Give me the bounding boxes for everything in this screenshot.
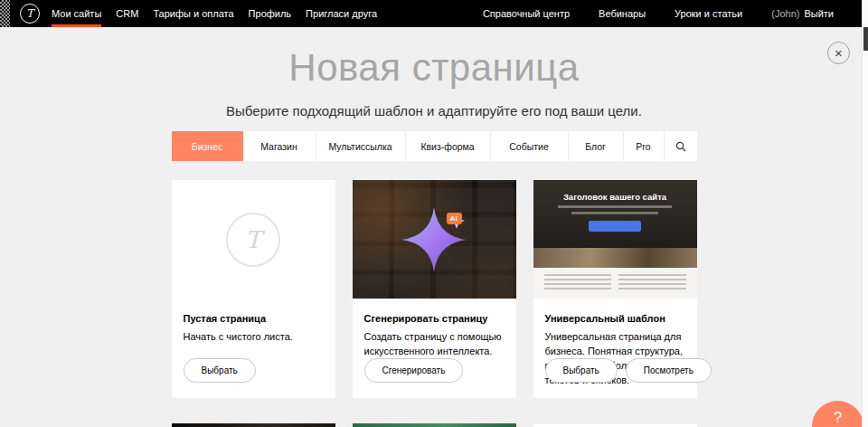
- nav-item-my-sites[interactable]: Мои сайты: [52, 0, 101, 27]
- template-card-universal: Заголовок вашего сайта Универсальный шаб…: [533, 180, 697, 398]
- template-preview-ai[interactable]: AI: [353, 180, 516, 299]
- card-actions: Сгенерировать: [364, 358, 464, 383]
- tab-multilink[interactable]: Мультиссылка: [316, 131, 406, 161]
- template-preview-universal[interactable]: Заголовок вашего сайта: [533, 180, 697, 299]
- tab-pro[interactable]: Pro: [624, 131, 665, 161]
- nav-item-profile[interactable]: Профиль: [249, 0, 292, 27]
- generate-button[interactable]: Сгенерировать: [364, 358, 464, 383]
- preview-button[interactable]: Посмотреть: [626, 358, 712, 383]
- choose-button[interactable]: Выбрать: [184, 358, 256, 383]
- template-preview[interactable]: [172, 423, 335, 427]
- card-title: Пустая страница: [184, 313, 324, 324]
- preview-cta-button: [589, 221, 641, 232]
- ai-badge: AI: [447, 213, 462, 224]
- user-name-label: (John): [771, 8, 799, 19]
- preview-text-line: [571, 212, 658, 214]
- template-grid-row2: [172, 423, 697, 427]
- tab-quiz-form[interactable]: Квиз-форма: [406, 131, 491, 161]
- preview-site-title: Заголовок вашего сайта: [533, 180, 697, 202]
- card-actions: Выбрать: [184, 358, 256, 383]
- scrollbar-track[interactable]: [862, 0, 868, 427]
- tilda-logo[interactable]: T: [20, 4, 40, 24]
- page-subtitle: Выберите подходящий шаблон и адаптируйте…: [0, 103, 868, 119]
- close-button[interactable]: ×: [827, 42, 850, 64]
- preview-photo-band: [533, 248, 697, 268]
- card-title: Универсальный шаблон: [545, 313, 685, 324]
- card-description: Начать с чистого листа.: [184, 330, 324, 345]
- tab-search[interactable]: [665, 131, 697, 161]
- template-card: [353, 423, 516, 427]
- template-card-ai: AI Сгенерировать страницу Создать страни…: [353, 180, 516, 398]
- choose-button[interactable]: Выбрать: [545, 358, 618, 383]
- template-preview[interactable]: [533, 423, 697, 427]
- topbar-nav-right: Справочный центр Вебинары Уроки и статьи…: [483, 0, 868, 27]
- preview-text-line: [558, 205, 672, 208]
- search-icon: [675, 141, 686, 152]
- template-category-tabs: Бизнес Магазин Мультиссылка Квиз-форма С…: [172, 131, 697, 161]
- card-title: Сгенерировать страницу: [364, 313, 505, 324]
- page-title: Новая страница: [0, 47, 868, 89]
- blank-logo-circle: T: [226, 213, 280, 267]
- template-preview-blank[interactable]: T: [172, 180, 335, 299]
- template-grid: T Пустая страница Начать с чистого листа…: [172, 180, 697, 398]
- preview-text-column: [544, 274, 612, 292]
- tab-business[interactable]: Бизнес: [172, 131, 243, 161]
- template-preview[interactable]: [353, 423, 516, 427]
- card-description: Создать страницу с помощью искусственног…: [364, 330, 505, 359]
- preview-text-column: [618, 274, 686, 292]
- nav-item-tariffs[interactable]: Тарифы и оплата: [153, 0, 233, 27]
- card-actions: Выбрать Посмотреть: [545, 358, 712, 383]
- topbar: T Мои сайты CRM Тарифы и оплата Профиль …: [0, 0, 868, 27]
- nav-item-webinars[interactable]: Вебинары: [599, 0, 646, 27]
- help-button[interactable]: ?: [812, 401, 863, 427]
- nav-item-help-center[interactable]: Справочный центр: [483, 0, 570, 27]
- tilda-logo-letter: T: [26, 8, 33, 19]
- nav-item-invite-friend[interactable]: Пригласи друга: [306, 0, 377, 27]
- nav-item-lessons[interactable]: Уроки и статьи: [675, 0, 742, 27]
- template-card: [172, 423, 335, 427]
- preview-hero-section: Заголовок вашего сайта: [533, 180, 697, 248]
- scrollbar-thumb[interactable]: [863, 27, 868, 51]
- nav-item-logout[interactable]: Выйти: [804, 0, 834, 27]
- template-card-blank: T Пустая страница Начать с чистого листа…: [172, 180, 335, 398]
- tab-shop[interactable]: Магазин: [243, 131, 316, 161]
- topbar-nav-left: Мои сайты CRM Тарифы и оплата Профиль Пр…: [52, 0, 392, 27]
- tab-event[interactable]: Событие: [491, 131, 569, 161]
- blank-logo-letter: T: [245, 226, 260, 253]
- nav-item-crm[interactable]: CRM: [116, 0, 138, 27]
- decorative-pattern: [0, 0, 10, 27]
- tab-blog[interactable]: Блог: [569, 131, 624, 161]
- template-card: [533, 423, 697, 427]
- preview-text-section: [533, 268, 697, 299]
